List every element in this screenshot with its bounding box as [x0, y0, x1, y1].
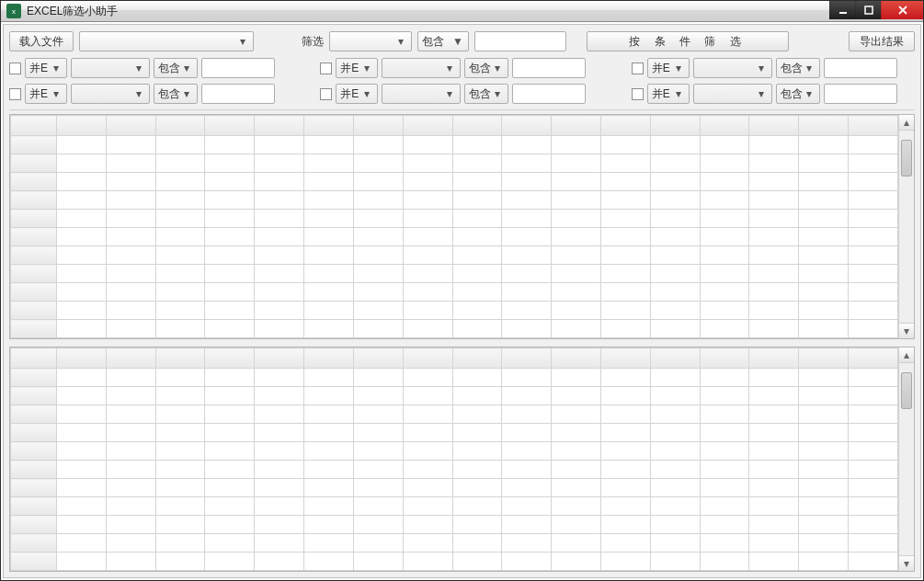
cell[interactable] — [255, 534, 304, 553]
table-row[interactable] — [11, 283, 898, 302]
cell[interactable] — [600, 405, 650, 424]
cell[interactable] — [502, 320, 552, 338]
col-header[interactable] — [403, 348, 452, 369]
cell[interactable] — [304, 265, 354, 283]
cell[interactable] — [502, 424, 552, 442]
cell[interactable] — [403, 497, 452, 516]
cell[interactable] — [452, 497, 502, 516]
col-header[interactable] — [205, 348, 255, 369]
cell[interactable] — [403, 265, 452, 283]
cell[interactable] — [799, 154, 849, 173]
cell[interactable] — [255, 136, 304, 154]
col-header[interactable] — [452, 116, 502, 136]
cell[interactable] — [353, 302, 403, 320]
cell[interactable] — [700, 497, 749, 516]
cell[interactable] — [403, 320, 452, 338]
cell[interactable] — [155, 369, 205, 387]
op-combo[interactable]: 包含▾ — [154, 58, 198, 78]
cell[interactable] — [849, 424, 898, 442]
cell[interactable] — [749, 369, 799, 387]
cell[interactable] — [353, 461, 403, 479]
bottom-scrollbar[interactable]: ▴ ▾ — [898, 347, 914, 571]
cell[interactable] — [502, 228, 552, 246]
row-header[interactable] — [11, 424, 57, 442]
cell[interactable] — [650, 173, 700, 191]
logic-combo[interactable]: 并E▾ — [336, 84, 378, 104]
col-header[interactable] — [700, 116, 749, 136]
cell[interactable] — [403, 210, 452, 228]
filter-enable-checkbox[interactable] — [9, 63, 21, 74]
cell[interactable] — [205, 283, 255, 302]
cell[interactable] — [552, 173, 601, 191]
cell[interactable] — [849, 405, 898, 424]
cell[interactable] — [106, 461, 155, 479]
cell[interactable] — [552, 553, 601, 571]
scroll-up-icon[interactable]: ▴ — [899, 115, 914, 131]
row-header[interactable] — [11, 442, 57, 461]
table-row[interactable] — [11, 369, 898, 387]
cell[interactable] — [403, 534, 452, 553]
cell[interactable] — [452, 302, 502, 320]
cell[interactable] — [600, 154, 650, 173]
scroll-thumb[interactable] — [901, 140, 912, 177]
cell[interactable] — [650, 405, 700, 424]
cell[interactable] — [799, 136, 849, 154]
col-header[interactable] — [700, 348, 749, 369]
cell[interactable] — [155, 154, 205, 173]
cell[interactable] — [353, 173, 403, 191]
cell[interactable] — [403, 154, 452, 173]
cell[interactable] — [700, 461, 749, 479]
table-row[interactable] — [11, 461, 898, 479]
cell[interactable] — [700, 210, 749, 228]
col-header[interactable] — [353, 348, 403, 369]
cell[interactable] — [155, 405, 205, 424]
cell[interactable] — [205, 424, 255, 442]
op-combo[interactable]: 包含▾ — [776, 84, 820, 104]
cell[interactable] — [205, 387, 255, 405]
cell[interactable] — [552, 424, 601, 442]
table-row[interactable] — [11, 265, 898, 283]
cell[interactable] — [353, 442, 403, 461]
cell[interactable] — [304, 191, 354, 210]
col-header[interactable] — [552, 348, 601, 369]
table-row[interactable] — [11, 553, 898, 571]
cell[interactable] — [106, 497, 155, 516]
col-header[interactable] — [650, 348, 700, 369]
row-header[interactable] — [11, 265, 57, 283]
col-header[interactable] — [600, 116, 650, 136]
table-row[interactable] — [11, 497, 898, 516]
cell[interactable] — [502, 405, 552, 424]
cell[interactable] — [502, 387, 552, 405]
scroll-down-icon[interactable]: ▾ — [899, 555, 914, 571]
cell[interactable] — [700, 405, 749, 424]
cell[interactable] — [799, 302, 849, 320]
minimize-button[interactable] — [829, 1, 855, 19]
cell[interactable] — [600, 302, 650, 320]
corner-header[interactable] — [11, 348, 57, 369]
cell[interactable] — [600, 424, 650, 442]
cell[interactable] — [700, 154, 749, 173]
cell[interactable] — [205, 369, 255, 387]
cell[interactable] — [155, 424, 205, 442]
cell[interactable] — [353, 553, 403, 571]
cell[interactable] — [255, 246, 304, 265]
cell[interactable] — [106, 154, 155, 173]
cell[interactable] — [452, 191, 502, 210]
cell[interactable] — [600, 387, 650, 405]
cell[interactable] — [403, 461, 452, 479]
col-header[interactable] — [452, 348, 502, 369]
cell[interactable] — [600, 210, 650, 228]
cell[interactable] — [650, 461, 700, 479]
table-row[interactable] — [11, 424, 898, 442]
cell[interactable] — [106, 191, 155, 210]
field-combo[interactable]: ▾ — [693, 58, 772, 78]
col-header[interactable] — [255, 116, 304, 136]
cell[interactable] — [799, 210, 849, 228]
cell[interactable] — [255, 283, 304, 302]
col-header[interactable] — [749, 116, 799, 136]
cell[interactable] — [205, 228, 255, 246]
cell[interactable] — [57, 369, 107, 387]
col-header[interactable] — [304, 116, 354, 136]
cell[interactable] — [650, 191, 700, 210]
cell[interactable] — [849, 283, 898, 302]
